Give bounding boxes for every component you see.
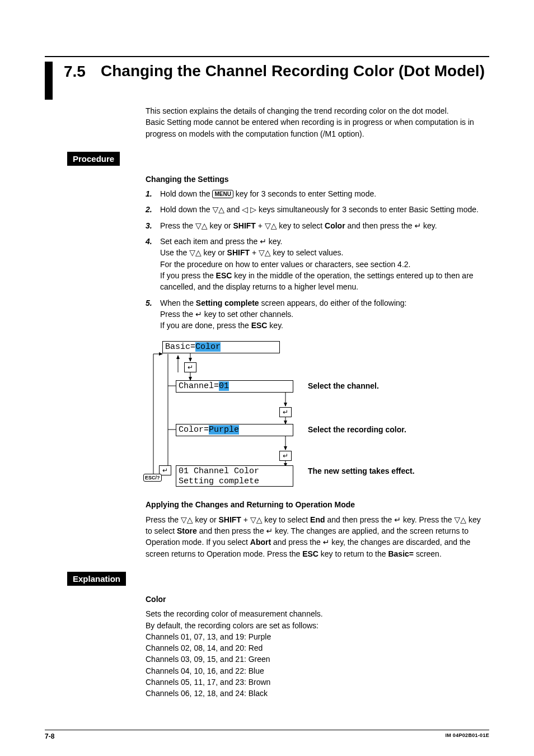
text: screen appears, do either of the followi… [259,298,407,307]
lcd-highlight: 01 [219,381,229,391]
enter-icon: ↵ [266,526,273,535]
color-heading: Color [146,594,489,605]
step-1: 1. Hold down the MENU key for 3 seconds … [146,188,489,199]
updown-icon: ▽△ [454,515,466,524]
text: and then press the [197,526,266,535]
end-word: End [310,515,325,524]
text: key to select values. [271,248,344,257]
section-number: 7.5 [64,62,101,81]
lcd-text: 01 Channel Color [179,466,259,476]
text: key to select [262,515,310,524]
step-3: 3. Press the ▽△ key or SHIFT + ▽△ key to… [146,220,489,231]
lcd-text: Channel= [179,381,219,391]
updown-icon: ▽△ [250,515,263,524]
applying-text: Press the ▽△ key or SHIFT + ▽△ key to se… [146,514,489,559]
text: and then press the [325,515,395,524]
updown-icon: ▽△ [195,221,208,230]
text: keys simultaneously for 3 seconds to ent… [256,205,479,214]
text: key to set other channels. [202,310,293,319]
shift-key: SHIFT [227,248,250,257]
text: and then press the [345,221,415,230]
esc-key-icon: ESC/? [143,474,162,482]
caption-done: The new setting takes effect. [308,466,415,475]
lcd-text: Basic= [165,342,195,352]
text: and press the [271,538,323,547]
text: key for 3 seconds to enter Setting mode. [233,189,376,198]
text: Press the [146,515,181,524]
explanation-badge: Explanation [67,572,126,586]
lcd-highlight: Purple [209,425,239,435]
esc-key: ESC [302,549,318,558]
applying-block: Applying the Changes and Returning to Op… [146,499,489,559]
flow-diagram: Basic=Color ↵ Channel=01 Select the chan… [146,340,493,491]
enter-icon: ↵ [260,237,266,246]
text: When the [160,298,196,307]
updown-icon: ▽△ [265,221,277,230]
text: key or [193,515,219,524]
abort-word: Abort [250,538,271,547]
text: key. [267,321,283,330]
text: If you are done, press the [160,321,251,330]
intro-line-1: This section explains the details of cha… [146,105,489,116]
updown-icon: ▽△ [181,515,193,524]
lcd-text: Color= [179,425,209,435]
text: key. Press the [401,515,454,524]
text: key. [421,221,437,230]
updown-icon: ▽△ [212,205,224,214]
default-4: Channels 05, 11, 17, and 23: Brown [146,676,489,688]
document-id: IM 04P02B01-01E [445,732,489,740]
text: key to select [277,221,325,230]
section-marker [45,62,53,100]
explanation-line-1: Sets the recording color of measurement … [146,608,489,619]
default-0: Channels 01, 07, 13, and 19: Purple [146,631,489,642]
text: key or [202,248,227,257]
leftright-icon: ◁ ▷ [242,205,256,214]
enter-icon: ↵ [184,362,196,372]
lcd-color: Color=Purple [176,424,293,436]
lcd-text: Setting complete [179,477,259,486]
section-title: Changing the Channel Recording Color (Do… [101,62,485,81]
explanation-content: Color Sets the recording color of measur… [146,594,489,699]
section-header: 7.5 Changing the Channel Recording Color… [45,62,489,100]
text: screen. [414,549,442,558]
default-2: Channels 03, 09, 15, and 21: Green [146,654,489,665]
procedure-content: Changing the Settings 1. Hold down the M… [146,174,489,332]
intro-line-2: Basic Setting mode cannot be entered whe… [146,116,489,139]
text: Set each item and press the [160,237,260,246]
enter-icon: ↵ [414,221,421,230]
steps-list: 1. Hold down the MENU key for 3 seconds … [146,188,489,331]
enter-icon: ↵ [195,310,202,319]
basic-word: Basic= [388,549,414,558]
store-word: Store [177,526,197,535]
step-number: 4. [146,236,160,292]
text: Press the [160,221,195,230]
step-2: 2. Hold down the ▽△ and ◁ ▷ keys simulta… [146,204,489,215]
color-word: Color [325,221,345,230]
text: Use the [160,248,189,257]
enter-icon: ↵ [279,407,292,417]
text: + [250,248,259,257]
lcd-basic: Basic=Color [162,341,280,353]
text: and [224,205,242,214]
esc-key: ESC [216,271,232,280]
default-1: Channels 02, 08, 14, and 20: Red [146,642,489,654]
default-5: Channels 06, 12, 18, and 24: Black [146,688,489,699]
page-footer: 7-8 IM 04P02B01-01E [45,730,489,740]
setting-complete: Setting complete [196,298,259,307]
caption-color: Select the recording color. [308,425,406,434]
shift-key: SHIFT [218,515,241,524]
shift-key: SHIFT [233,221,255,230]
text: + [241,515,250,524]
explanation-row: Explanation [45,572,489,586]
text: Hold down the [160,205,212,214]
changing-heading: Changing the Settings [146,174,489,185]
caption-channel: Select the channel. [308,381,379,390]
section-rule [45,56,489,57]
lcd-highlight: Color [195,342,221,352]
enter-icon: ↵ [394,515,401,524]
text: + [256,221,265,230]
updown-icon: ▽△ [189,248,202,257]
text: key to return to the [318,549,388,558]
step-number: 2. [146,204,160,215]
step-number: 5. [146,297,160,332]
